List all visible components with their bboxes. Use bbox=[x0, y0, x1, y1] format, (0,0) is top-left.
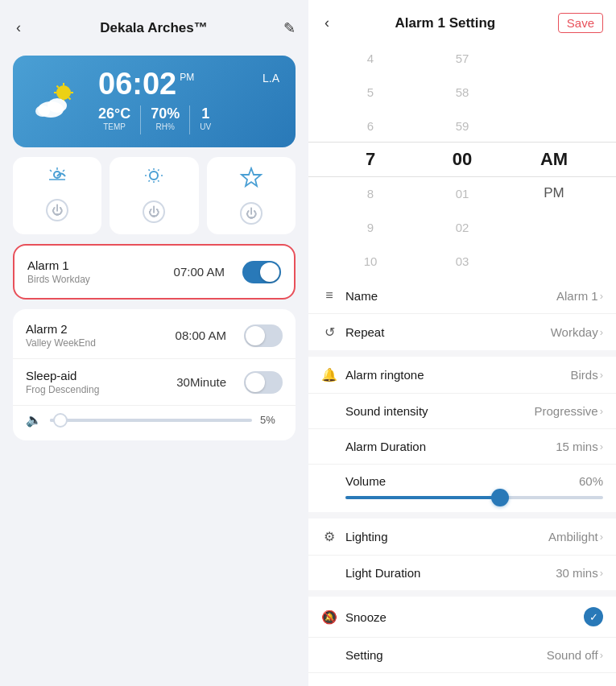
right-panel-title: Alarm 1 Setting bbox=[333, 15, 558, 31]
intensity-value: Progressive › bbox=[534, 404, 603, 418]
name-chevron: › bbox=[600, 290, 603, 302]
weather-uv: 1 UV bbox=[200, 105, 211, 134]
snooze-icon: 🔕 bbox=[321, 610, 337, 625]
controls-row: ⏻ ⏻ bbox=[13, 157, 296, 234]
repeat-chevron: › bbox=[600, 326, 603, 338]
power-icon-3[interactable]: ⏻ bbox=[240, 202, 263, 225]
intensity-chevron: › bbox=[600, 405, 603, 417]
light-icon bbox=[142, 167, 166, 192]
alarm-2-toggle[interactable] bbox=[244, 324, 283, 347]
intensity-label: Sound intensity bbox=[345, 404, 534, 418]
settings-row-snoozeduartion[interactable]: Snooze Duration 10 Minutes › bbox=[308, 673, 616, 686]
snooze-checkbox[interactable]: ✓ bbox=[584, 607, 603, 626]
repeat-label: Repeat bbox=[345, 325, 551, 339]
name-value: Alarm 1 › bbox=[556, 289, 603, 303]
slider-thumb bbox=[53, 413, 68, 428]
left-panel: ‹ Dekala Arches™ ✎ 06:02 bbox=[0, 0, 308, 686]
alarm-1-toggle[interactable] bbox=[242, 261, 281, 283]
ringtone-icon: 🔔 bbox=[321, 367, 337, 382]
ringtone-value: Birds › bbox=[570, 368, 603, 382]
settings-row-snooze[interactable]: 🔕 Snooze ✓ bbox=[308, 597, 616, 638]
power-icon-2[interactable]: ⏻ bbox=[143, 200, 165, 223]
period-column[interactable]: AM PM bbox=[508, 41, 600, 278]
settings-section-main: ≡ Name Alarm 1 › ↺ Repeat Workday › bbox=[308, 278, 616, 350]
settings-section-snooze: 🔕 Snooze ✓ Setting Sound off › Snooze Du… bbox=[308, 597, 616, 686]
settings-section-lighting: ⚙ Lighting Ambilight › Light Duration 30… bbox=[308, 519, 616, 590]
settings-section-sound: 🔔 Alarm ringtone Birds › Sound intensity… bbox=[308, 357, 616, 512]
settings-row-duration[interactable]: Alarm Duration 15 mins › bbox=[308, 429, 616, 465]
right-header: ‹ Alarm 1 Setting Save bbox=[308, 0, 616, 41]
sleep-toggle[interactable] bbox=[244, 371, 283, 394]
hour-8: 8 bbox=[325, 176, 416, 210]
save-button[interactable]: Save bbox=[558, 13, 603, 33]
volume-track[interactable] bbox=[345, 496, 603, 499]
settings-list: ≡ Name Alarm 1 › ↺ Repeat Workday › 🔔 bbox=[308, 278, 616, 686]
volume-slider[interactable] bbox=[50, 419, 252, 422]
hour-10: 10 bbox=[325, 244, 416, 278]
volume-label: Volume bbox=[345, 474, 579, 488]
volume-slider-row[interactable] bbox=[345, 496, 603, 499]
lighting-icon: ⚙ bbox=[321, 529, 337, 544]
ringtone-label: Alarm ringtone bbox=[345, 368, 570, 382]
volume-percent: 5% bbox=[260, 414, 283, 426]
lightduration-chevron: › bbox=[600, 567, 603, 579]
control-card-star[interactable]: ⏻ bbox=[207, 157, 296, 234]
svg-line-22 bbox=[159, 170, 159, 171]
settings-row-snoozesetting[interactable]: Setting Sound off › bbox=[308, 638, 616, 673]
ringtone-chevron: › bbox=[600, 369, 603, 381]
svg-point-8 bbox=[48, 98, 67, 113]
alarm-item-sleep[interactable]: Sleep-aid Frog Descending 30Minute bbox=[13, 359, 296, 406]
alarm-2-time: 08:00 AM bbox=[176, 329, 226, 342]
lighting-value: Ambilight › bbox=[548, 530, 603, 543]
power-icon-1[interactable]: ⏻ bbox=[46, 199, 68, 221]
edit-button[interactable]: ✎ bbox=[283, 19, 296, 37]
weather-temp: 26°C TEMP bbox=[98, 105, 130, 134]
control-card-light[interactable]: ⏻ bbox=[110, 157, 198, 234]
hour-5: 5 bbox=[325, 75, 416, 109]
repeat-icon: ↺ bbox=[321, 324, 337, 340]
alarm-item-1[interactable]: Alarm 1 Birds Workday 07:00 AM bbox=[14, 249, 294, 295]
hour-6: 6 bbox=[325, 109, 416, 143]
alarm-2-right: 08:00 AM bbox=[176, 324, 283, 347]
min-01: 01 bbox=[416, 176, 508, 210]
volume-thumb bbox=[491, 489, 509, 506]
min-59: 59 bbox=[416, 109, 508, 143]
lightduration-label: Light Duration bbox=[345, 566, 556, 580]
alarm-item-2[interactable]: Alarm 2 Valley WeekEnd 08:00 AM bbox=[13, 312, 296, 359]
settings-row-name[interactable]: ≡ Name Alarm 1 › bbox=[308, 278, 616, 314]
settings-row-intensity[interactable]: Sound intensity Progressive › bbox=[308, 394, 616, 429]
sleep-info: Sleep-aid Frog Descending bbox=[26, 369, 99, 395]
snoozesetting-label: Setting bbox=[345, 648, 547, 662]
min-57: 57 bbox=[416, 41, 508, 75]
weather-time-area: 06:02 PM L.A 26°C TEMP 70% RH% 1 UV bbox=[98, 68, 279, 134]
min-00-selected: 00 bbox=[416, 143, 508, 176]
repeat-value: Workday › bbox=[551, 325, 603, 339]
time-picker[interactable]: 4 5 6 7 8 9 10 57 58 59 00 01 02 03 bbox=[308, 41, 616, 278]
period-empty-5 bbox=[508, 244, 600, 278]
settings-row-lighting[interactable]: ⚙ Lighting Ambilight › bbox=[308, 519, 616, 556]
alarm-1-sub: Birds Workday bbox=[27, 274, 90, 285]
lighting-chevron: › bbox=[600, 531, 603, 543]
svg-point-9 bbox=[35, 105, 50, 117]
settings-row-repeat[interactable]: ↺ Repeat Workday › bbox=[308, 314, 616, 350]
volume-icon: 🔈 bbox=[26, 412, 42, 428]
back-button[interactable]: ‹ bbox=[13, 16, 24, 39]
settings-row-ringtone[interactable]: 🔔 Alarm ringtone Birds › bbox=[308, 357, 616, 394]
right-back-button[interactable]: ‹ bbox=[321, 11, 333, 35]
hour-column[interactable]: 4 5 6 7 8 9 10 bbox=[325, 41, 416, 278]
toggle-thumb bbox=[260, 262, 279, 282]
volume-fill bbox=[345, 496, 500, 499]
minute-column[interactable]: 57 58 59 00 01 02 03 bbox=[416, 41, 508, 278]
svg-line-5 bbox=[57, 86, 59, 88]
sunrise-icon bbox=[45, 167, 69, 191]
alarm-1-info: Alarm 1 Birds Workday bbox=[27, 258, 90, 285]
sleep-name: Sleep-aid bbox=[26, 369, 99, 382]
control-card-sunrise[interactable]: ⏻ bbox=[13, 157, 101, 234]
lightduration-value: 30 mins › bbox=[556, 566, 603, 580]
alarm-1-name: Alarm 1 bbox=[27, 258, 90, 272]
settings-row-lightduration[interactable]: Light Duration 30 mins › bbox=[308, 556, 616, 590]
alarm-2-sub: Valley WeekEnd bbox=[26, 337, 96, 349]
left-panel-title: Dekala Arches™ bbox=[100, 20, 208, 36]
lighting-label: Lighting bbox=[345, 530, 548, 543]
min-02: 02 bbox=[416, 210, 508, 244]
